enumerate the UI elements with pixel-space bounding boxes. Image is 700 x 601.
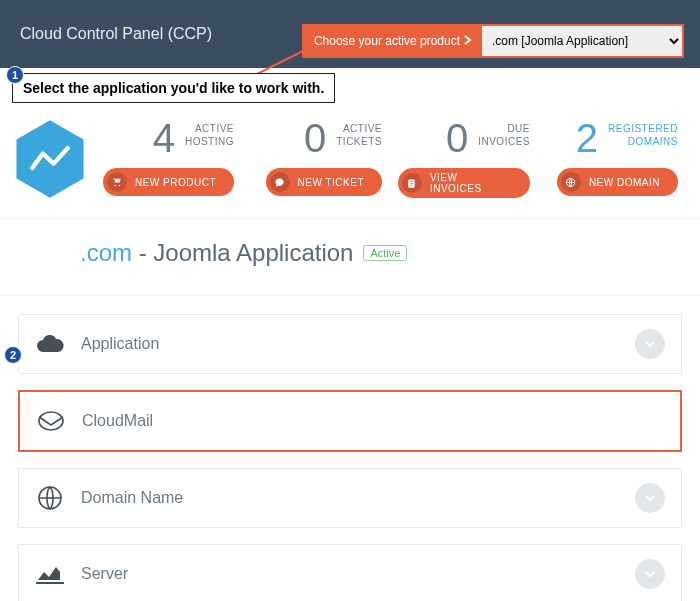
stat-hosting-l2: HOSTING [185,135,234,148]
section-panels: Application CloudMail Domain Name Server [0,296,700,601]
svg-rect-5 [410,184,412,185]
active-product-label-text: Choose your active product [314,34,460,48]
panel-cloudmail-label: CloudMail [82,412,618,430]
new-ticket-button[interactable]: NEW TICKET [266,168,382,196]
callout-badge-2: 2 [4,346,22,364]
chart-line-icon [35,561,65,587]
stat-tickets-count: 0 [304,118,326,158]
domain-sep: - [132,239,153,266]
document-icon [402,173,422,193]
panel-server[interactable]: Server [18,544,682,601]
callout-1: Select the application you'd like to wor… [12,73,335,103]
view-invoices-button[interactable]: VIEW INVOICES [398,168,530,198]
domain-heading: .com - Joomla Application Active [80,239,680,267]
panel-domain-label: Domain Name [81,489,619,507]
stat-hosting: 4 ACTIVE HOSTING NEW PRODUCT [94,118,242,196]
svg-point-7 [39,412,63,430]
app-title: Cloud Control Panel (CCP) [20,25,212,43]
svg-rect-4 [410,183,414,184]
panel-application-label: Application [81,335,619,353]
stat-invoices-l1: DUE [478,122,530,135]
stats-bar: 4 ACTIVE HOSTING NEW PRODUCT 0 ACTIVE TI… [0,98,700,219]
stat-hosting-count: 4 [153,118,175,158]
domain-suffix: .com [80,239,132,266]
stat-domains-count: 2 [576,118,598,158]
chevron-right-icon [464,34,472,48]
view-invoices-label: VIEW INVOICES [430,172,512,194]
stat-hosting-l1: ACTIVE [185,122,234,135]
status-badge: Active [363,245,407,261]
svg-rect-3 [410,181,414,182]
stat-invoices: 0 DUE INVOICES VIEW INVOICES [390,118,538,198]
stat-tickets: 0 ACTIVE TICKETS NEW TICKET [242,118,390,196]
new-product-button[interactable]: NEW PRODUCT [103,168,234,196]
panel-application[interactable]: Application [18,314,682,374]
stat-tickets-l1: ACTIVE [336,122,382,135]
domain-heading-row: .com - Joomla Application Active [0,219,700,296]
domain-app-name: Joomla Application [153,239,353,266]
globe-outline-icon [35,485,65,511]
new-domain-button[interactable]: NEW DOMAIN [557,168,678,196]
mail-icon [36,408,66,434]
header: Cloud Control Panel (CCP) Choose your ac… [0,0,700,68]
cloud-icon [35,331,65,357]
active-product-dropdown[interactable]: .com [Joomla Application] [482,26,682,56]
new-product-label: NEW PRODUCT [135,177,216,188]
globe-icon [561,172,581,192]
panel-server-label: Server [81,565,619,583]
callout-badge-1: 1 [6,66,24,84]
active-product-selector[interactable]: Choose your active product .com [Joomla … [304,26,682,56]
chevron-down-icon [635,559,665,589]
new-domain-label: NEW DOMAIN [589,177,660,188]
stat-domains: 2 REGISTERED DOMAINS NEW DOMAIN [538,118,686,196]
panel-domain-name[interactable]: Domain Name [18,468,682,528]
chevron-down-icon [635,329,665,359]
stat-invoices-l2: INVOICES [478,135,530,148]
app-hex-icon [14,118,86,200]
stat-domains-l2: DOMAINS [608,135,678,148]
panel-cloudmail[interactable]: CloudMail [18,390,682,452]
cart-icon [107,172,127,192]
stat-tickets-l2: TICKETS [336,135,382,148]
chat-icon [270,172,290,192]
chevron-down-icon [635,483,665,513]
new-ticket-label: NEW TICKET [298,177,364,188]
stat-invoices-count: 0 [446,118,468,158]
active-product-label: Choose your active product [304,26,482,56]
stat-domains-l1: REGISTERED [608,122,678,135]
